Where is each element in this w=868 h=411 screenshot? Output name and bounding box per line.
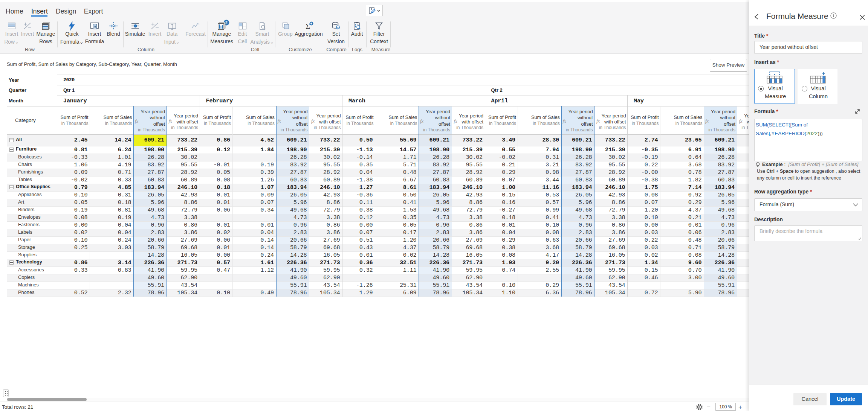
svg-text:Σ: Σ bbox=[306, 22, 310, 31]
